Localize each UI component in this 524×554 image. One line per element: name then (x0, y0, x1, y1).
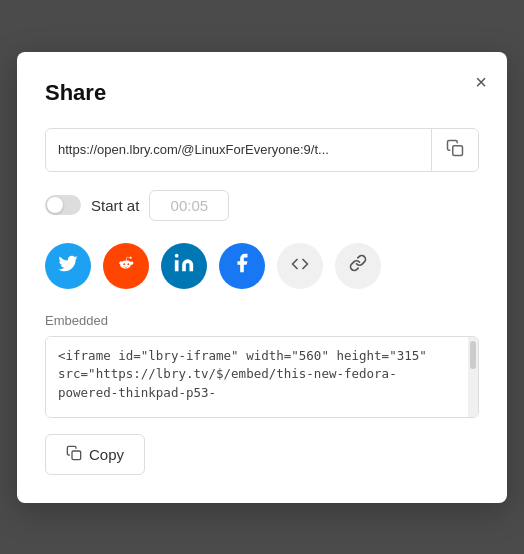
copy-button[interactable]: Copy (45, 434, 145, 475)
reddit-icon (115, 252, 137, 279)
embed-icon (291, 255, 309, 277)
linkedin-button[interactable] (161, 243, 207, 289)
copy-button-label: Copy (89, 446, 124, 463)
svg-rect-0 (453, 145, 463, 155)
toggle-knob (47, 197, 63, 213)
close-button[interactable]: × (471, 68, 491, 96)
startat-row: Start at (45, 190, 479, 221)
url-row: https://open.lbry.com/@LinuxForEveryone:… (45, 128, 479, 172)
copy-url-icon (446, 139, 464, 161)
twitter-icon (57, 252, 79, 279)
url-text: https://open.lbry.com/@LinuxForEveryone:… (46, 132, 431, 167)
facebook-icon (231, 252, 253, 279)
link-button[interactable] (335, 243, 381, 289)
reddit-button[interactable] (103, 243, 149, 289)
modal-title: Share (45, 80, 479, 106)
scrollbar-thumb (470, 341, 476, 369)
embedded-textarea-wrap: <iframe id="lbry-iframe" width="560" hei… (45, 336, 479, 418)
linkedin-icon (173, 252, 195, 279)
svg-rect-3 (72, 451, 81, 460)
embedded-textarea[interactable]: <iframe id="lbry-iframe" width="560" hei… (46, 337, 468, 417)
startat-toggle[interactable] (45, 195, 81, 215)
twitter-button[interactable] (45, 243, 91, 289)
copy-button-icon (66, 445, 82, 464)
facebook-button[interactable] (219, 243, 265, 289)
embed-button[interactable] (277, 243, 323, 289)
modal-overlay: × Share https://open.lbry.com/@LinuxForE… (0, 0, 524, 554)
startat-input[interactable] (149, 190, 229, 221)
startat-label: Start at (91, 197, 139, 214)
social-row (45, 243, 479, 289)
link-icon (349, 254, 367, 277)
scrollbar-track (468, 337, 478, 417)
share-modal: × Share https://open.lbry.com/@LinuxForE… (17, 52, 507, 503)
url-copy-button[interactable] (431, 129, 478, 171)
embedded-label: Embedded (45, 313, 479, 328)
svg-point-2 (175, 254, 179, 258)
